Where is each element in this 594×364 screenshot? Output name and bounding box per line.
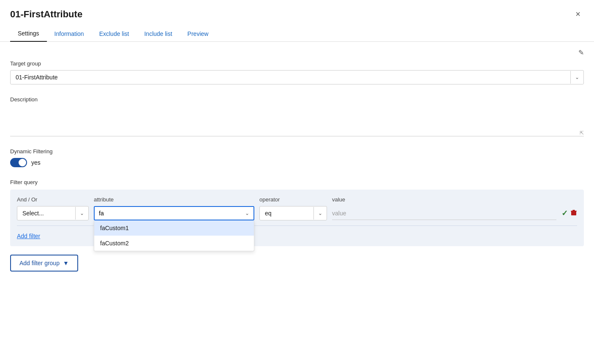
add-filter-group-arrow-icon: ▼ bbox=[63, 260, 69, 266]
tabs-bar: Settings Information Exclude list Includ… bbox=[0, 26, 594, 42]
add-filter-group-button[interactable]: Add filter group ▼ bbox=[10, 255, 78, 272]
attribute-input-wrapper: ⌄ faCustom1 faCustom2 bbox=[94, 206, 254, 220]
col-header-operator: operator bbox=[259, 196, 327, 203]
close-button[interactable]: × bbox=[572, 8, 584, 21]
target-group-field: Target group 01-FirstAttribute ⌄ bbox=[10, 60, 584, 84]
col-header-attribute: attribute bbox=[94, 196, 254, 203]
operator-value: eq bbox=[260, 206, 313, 220]
dynamic-filtering-label: Dynamic Filtering bbox=[10, 148, 584, 155]
trash-icon bbox=[570, 209, 577, 217]
attribute-dropdown-list: faCustom1 faCustom2 bbox=[94, 220, 254, 251]
andor-chevron[interactable]: ⌄ bbox=[75, 207, 88, 220]
checkmark-icon: ✓ bbox=[561, 209, 568, 217]
target-group-label: Target group bbox=[10, 60, 584, 67]
description-label: Description bbox=[10, 96, 584, 103]
confirm-row-button[interactable]: ✓ bbox=[561, 209, 568, 218]
chevron-down-icon: ⌄ bbox=[245, 210, 249, 216]
page-header: 01-FirstAttribute × bbox=[0, 0, 594, 26]
toggle-row: yes bbox=[10, 158, 584, 167]
dropdown-item-faCustom1[interactable]: faCustom1 bbox=[94, 220, 254, 236]
operator-select[interactable]: eq ⌄ bbox=[259, 206, 327, 220]
filter-query-section: Filter query And / Or attribute operator… bbox=[10, 179, 584, 246]
tab-preview[interactable]: Preview bbox=[180, 26, 216, 41]
chevron-down-icon: ⌄ bbox=[80, 210, 84, 216]
page-title: 01-FirstAttribute bbox=[10, 9, 82, 20]
add-filter-group-label: Add filter group bbox=[19, 260, 60, 266]
description-textarea-wrapper: ⇱ bbox=[10, 106, 584, 136]
filter-row-header: And / Or attribute operator value bbox=[17, 196, 577, 206]
operator-select-wrapper: eq ⌄ bbox=[259, 206, 327, 220]
tab-information[interactable]: Information bbox=[47, 26, 92, 41]
row-actions: ✓ bbox=[561, 209, 577, 218]
operator-chevron[interactable]: ⌄ bbox=[313, 207, 327, 220]
edit-icon: ✎ bbox=[578, 49, 584, 56]
add-filter-button[interactable]: Add filter bbox=[17, 233, 40, 239]
content-area: ✎ Target group 01-FirstAttribute ⌄ Descr… bbox=[0, 42, 594, 282]
filter-query-container: And / Or attribute operator value Select… bbox=[10, 190, 584, 246]
tab-include-list[interactable]: Include list bbox=[136, 26, 180, 41]
andor-select[interactable]: Select... ⌄ bbox=[17, 206, 89, 220]
dynamic-filtering-toggle[interactable] bbox=[10, 158, 27, 167]
value-input[interactable] bbox=[332, 207, 556, 220]
filter-row: Select... ⌄ ⌄ bbox=[17, 206, 577, 220]
andor-value: Select... bbox=[17, 206, 75, 220]
dropdown-item-faCustom2[interactable]: faCustom2 bbox=[94, 236, 254, 251]
dynamic-filtering-section: Dynamic Filtering yes bbox=[10, 148, 584, 167]
col-header-andor: And / Or bbox=[17, 196, 89, 203]
description-textarea[interactable] bbox=[10, 108, 584, 133]
target-group-value: 01-FirstAttribute bbox=[11, 71, 570, 84]
target-group-chevron[interactable]: ⌄ bbox=[570, 71, 583, 84]
attribute-dropdown-arrow[interactable]: ⌄ bbox=[241, 207, 253, 219]
chevron-down-icon: ⌄ bbox=[318, 210, 322, 216]
delete-row-button[interactable] bbox=[570, 209, 577, 217]
attribute-input-box: ⌄ bbox=[94, 206, 254, 220]
target-group-select-wrapper[interactable]: 01-FirstAttribute ⌄ bbox=[10, 70, 584, 84]
resize-icon: ⇱ bbox=[580, 130, 584, 136]
col-header-value: value bbox=[332, 196, 547, 203]
filter-query-label: Filter query bbox=[10, 179, 584, 185]
description-field: Description ⇱ bbox=[10, 96, 584, 136]
andor-select-wrapper: Select... ⌄ bbox=[17, 206, 89, 220]
attribute-input[interactable] bbox=[95, 207, 241, 220]
tab-settings[interactable]: Settings bbox=[10, 26, 47, 42]
tab-exclude-list[interactable]: Exclude list bbox=[92, 26, 137, 41]
dynamic-filtering-value: yes bbox=[31, 159, 41, 166]
svg-rect-2 bbox=[571, 211, 577, 212]
chevron-down-icon: ⌄ bbox=[575, 74, 579, 80]
edit-icon-button[interactable]: ✎ bbox=[578, 49, 584, 57]
svg-rect-1 bbox=[572, 210, 575, 211]
